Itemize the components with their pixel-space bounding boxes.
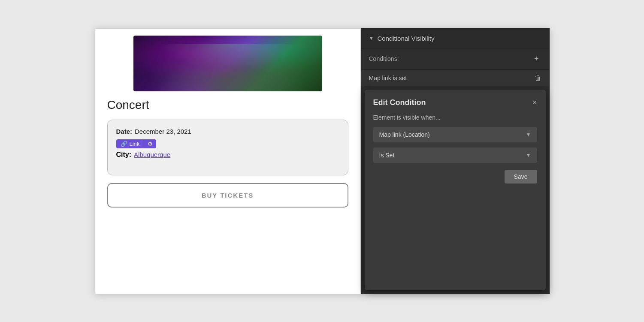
delete-condition-button[interactable]: 🗑: [535, 74, 541, 82]
operator-dropdown-arrow-icon: ▼: [526, 152, 531, 158]
panel-header: ▼ Conditional Visibility: [361, 29, 549, 48]
left-panel: Concert Date: December 23, 2021 🔗 Link ⚙: [95, 28, 361, 294]
operator-dropdown-wrapper: Is Set ▼: [373, 147, 537, 163]
panel-title: Conditional Visibility: [377, 35, 434, 42]
operator-dropdown[interactable]: Is Set ▼: [373, 147, 537, 163]
buy-tickets-button[interactable]: BUY TICKETS: [107, 183, 348, 208]
concert-image: [133, 36, 322, 91]
link-badge[interactable]: 🔗 Link: [116, 139, 144, 148]
condition-item: Map link is set 🗑: [361, 69, 549, 86]
dialog-header: Edit Condition ×: [373, 98, 537, 107]
condition-item-text: Map link is set: [369, 75, 407, 81]
edit-condition-dialog: Edit Condition × Element is visible when…: [365, 90, 546, 290]
field-dropdown[interactable]: Map link (Location) ▼: [373, 127, 537, 142]
field-dropdown-wrapper: Map link (Location) ▼: [373, 127, 537, 142]
operator-dropdown-value: Is Set: [379, 152, 395, 159]
info-card: Date: December 23, 2021 🔗 Link ⚙ City: A…: [107, 120, 348, 175]
date-row: Date: December 23, 2021: [116, 128, 339, 135]
gear-badge[interactable]: ⚙: [144, 139, 156, 148]
add-condition-button[interactable]: +: [532, 54, 541, 64]
conditions-row: Conditions: +: [361, 48, 549, 69]
save-row: Save: [373, 170, 537, 184]
left-content: Concert Date: December 23, 2021 🔗 Link ⚙: [95, 91, 360, 218]
conditions-label: Conditions:: [369, 55, 399, 62]
chevron-down-icon: ▼: [369, 35, 374, 41]
gear-icon: ⚙: [148, 141, 153, 147]
city-row: City: Albuquerque: [116, 151, 339, 159]
save-button[interactable]: Save: [505, 170, 537, 184]
city-label: City:: [116, 151, 132, 159]
close-dialog-button[interactable]: ×: [532, 99, 537, 106]
link-chain-icon: 🔗: [121, 141, 127, 147]
right-panel: ▼ Conditional Visibility Conditions: + M…: [361, 28, 550, 294]
badge-row: 🔗 Link ⚙: [116, 139, 339, 148]
city-link[interactable]: Albuquerque: [134, 151, 170, 158]
visible-when-text: Element is visible when...: [373, 114, 537, 121]
link-badge-label: Link: [130, 141, 140, 147]
concert-title: Concert: [107, 98, 348, 112]
date-value: December 23, 2021: [135, 128, 191, 135]
field-dropdown-value: Map link (Location): [379, 131, 430, 138]
date-label: Date:: [116, 128, 133, 135]
field-dropdown-arrow-icon: ▼: [526, 132, 531, 138]
trash-icon: 🗑: [535, 74, 541, 81]
dialog-title: Edit Condition: [373, 98, 426, 107]
